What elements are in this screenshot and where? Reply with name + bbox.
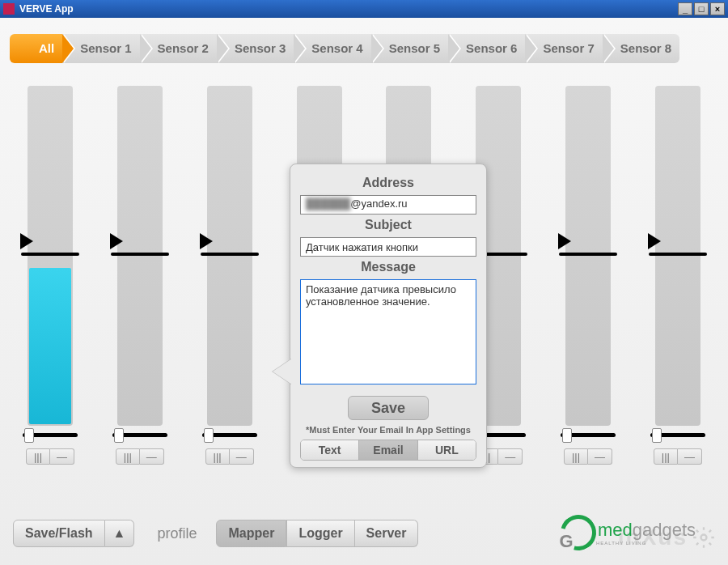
minus-button[interactable]: — — [230, 448, 254, 465]
minimize-button[interactable]: _ — [678, 2, 692, 15]
subject-label: Subject — [300, 218, 476, 232]
threshold-arrow-icon[interactable] — [558, 233, 571, 249]
grip-button[interactable]: ||| — [26, 448, 50, 465]
minus-button[interactable]: — — [140, 448, 164, 465]
close-button[interactable]: × — [710, 2, 725, 15]
save-button[interactable]: Save — [348, 396, 429, 420]
minus-button[interactable]: — — [678, 448, 702, 465]
slider-knob[interactable] — [24, 428, 34, 443]
grip-button[interactable]: ||| — [564, 448, 588, 465]
sensor-col-2: ||| — — [111, 86, 169, 465]
titlebar: VERVE App _ □ × — [0, 0, 728, 18]
dialog-note: *Must Enter Your Email In App Settings — [300, 425, 476, 435]
sensor-bar-1[interactable] — [28, 86, 73, 426]
window-title: VERVE App — [19, 3, 74, 15]
message-textarea[interactable] — [300, 279, 476, 384]
slider-knob[interactable] — [652, 428, 662, 443]
maximize-button[interactable]: □ — [694, 2, 709, 15]
message-label: Message — [300, 260, 476, 274]
sensor-bar-2[interactable] — [117, 86, 163, 426]
threshold-arrow-icon[interactable] — [200, 233, 213, 249]
grip-button[interactable]: ||| — [654, 448, 678, 465]
sensor-col-8: ||| — — [649, 86, 707, 465]
profile-label: profile — [157, 525, 197, 542]
save-flash-button[interactable]: Save/Flash — [13, 520, 105, 547]
dialog-tab-url[interactable]: URL — [417, 440, 476, 460]
sensor-col-3: ||| — — [201, 86, 259, 465]
dialog-tab-email[interactable]: Email — [358, 440, 417, 460]
grip-button[interactable]: ||| — [116, 448, 140, 465]
medgadgets-logo: G medgadgets HEALTHY LIVING — [561, 515, 696, 550]
sensor-bar-7[interactable] — [565, 86, 611, 426]
svg-point-0 — [701, 535, 707, 541]
threshold-arrow-icon[interactable] — [110, 233, 123, 249]
dialog-tabs: Text Email URL — [300, 440, 476, 461]
address-label: Address — [300, 176, 476, 190]
minus-button[interactable]: — — [588, 448, 612, 465]
slider-knob[interactable] — [562, 428, 572, 443]
sensor-bar-8[interactable] — [655, 86, 700, 426]
content-area: All Sensor 1 Sensor 2 Sensor 3 Sensor 4 … — [0, 18, 728, 565]
threshold-arrow-icon[interactable] — [20, 233, 33, 249]
save-flash-arrow-button[interactable]: ▲ — [105, 520, 135, 547]
grip-button[interactable]: ||| — [205, 448, 230, 465]
slider-knob[interactable] — [114, 428, 124, 443]
mapper-button[interactable]: Mapper — [216, 520, 286, 547]
sensor-col-7: ||| — — [559, 86, 617, 465]
logger-button[interactable]: Logger — [286, 520, 354, 547]
sensor-col-1: ||| — — [21, 86, 79, 465]
tab-all[interactable]: All — [10, 34, 62, 63]
gear-icon[interactable] — [692, 526, 715, 549]
subject-input[interactable] — [300, 237, 476, 257]
sensor-tabs: All Sensor 1 Sensor 2 Sensor 3 Sensor 4 … — [10, 34, 718, 63]
slider-knob[interactable] — [204, 428, 214, 443]
address-input[interactable]: ██████@yandex.ru — [300, 195, 476, 215]
minus-button[interactable]: — — [498, 448, 523, 465]
email-dialog: Address ██████@yandex.ru Subject Message… — [290, 164, 487, 468]
server-button[interactable]: Server — [355, 520, 419, 547]
sensor-bar-3[interactable] — [207, 86, 252, 426]
threshold-arrow-icon[interactable] — [648, 233, 661, 249]
dialog-tab-text[interactable]: Text — [301, 440, 358, 460]
minus-button[interactable]: — — [50, 448, 74, 465]
app-icon — [3, 3, 15, 15]
